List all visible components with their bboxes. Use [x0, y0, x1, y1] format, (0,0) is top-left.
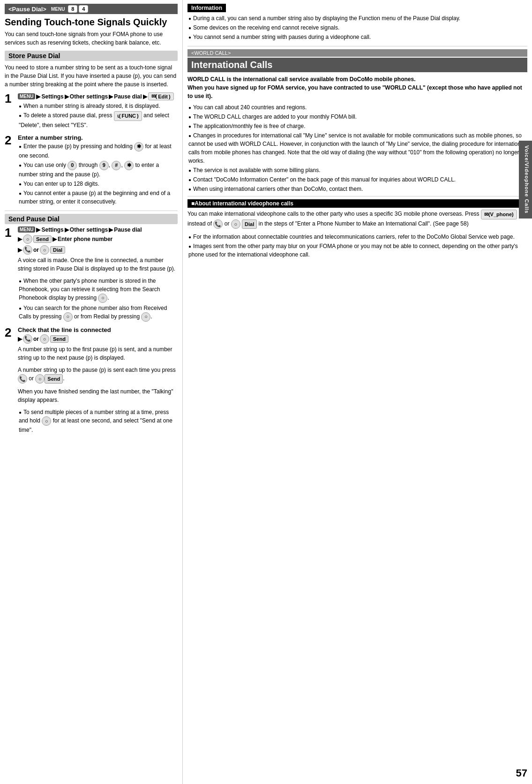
circle-key1[interactable]: ○ [98, 294, 107, 303]
page-number: 57 [516, 767, 527, 779]
send1-arrow6: ▶ [18, 247, 22, 253]
send1-arrow3: ▶ [109, 226, 113, 233]
star-key[interactable]: ✱ [134, 142, 143, 151]
send1-settings: Settings [41, 226, 63, 233]
pause-dial-tag: <Pause Dial> [8, 6, 46, 13]
wc-b5: The service is not available with some b… [188, 166, 527, 174]
send-step2-nav: ▶ 📞 or ○ Send [18, 334, 178, 344]
send-step2-body3: When you have finished sending the last … [18, 387, 178, 404]
av-phone-icon[interactable]: 📞 [213, 219, 223, 229]
store-step1-number: 1 [5, 92, 15, 105]
key-hash[interactable]: # [112, 161, 121, 170]
send-step1-body: A voice call is made. Once the line is c… [18, 256, 178, 273]
store-pause-body: You need to store a number string to be … [5, 63, 178, 89]
s1-arrow1: ▶ [65, 93, 69, 100]
store-s2-b3: You can enter up to 128 digits. [19, 180, 178, 188]
store-pause-title: Store Pause Dial [5, 51, 178, 61]
send1-arrow2: ▶ [65, 226, 69, 233]
key-4: 4 [79, 5, 88, 13]
send1-pause: Pause dial [114, 226, 142, 233]
left-column: <Pause Dial> MENU 8 4 Sending Touch-tone… [0, 0, 183, 784]
send1-circle2[interactable]: ○ [40, 245, 49, 255]
send2-circle[interactable]: ○ [40, 334, 49, 344]
send-label[interactable]: Send [33, 235, 52, 243]
v-phone-key[interactable]: ✉(V_phone) [481, 210, 517, 219]
world-call-intro2-text: When you have signed up for FOMA service… [187, 84, 522, 99]
key-0[interactable]: 0 [67, 161, 77, 170]
inline-send[interactable]: Send [45, 374, 63, 384]
key-8: 8 [68, 5, 77, 13]
menu-key: MENU [49, 6, 67, 12]
send1-circle-o[interactable]: ○ [23, 234, 32, 244]
hold-circle[interactable]: ○ [42, 416, 51, 426]
circle-key2[interactable]: ○ [63, 312, 73, 322]
about-video-body: You can make international videophone ca… [187, 210, 527, 229]
s1-settings: ▶ [36, 93, 40, 100]
send-step2-body2: A number string up to the pause (p) is s… [18, 366, 178, 384]
menu-key-s1: MENU [18, 93, 35, 99]
send-step1-nav2: ▶ ○ Send ▶ Enter phone number [18, 234, 178, 244]
send-step1-number: 1 [5, 226, 15, 239]
send-step1-nav: MENU ▶ Settings ▶ Other settings ▶ Pause… [18, 226, 178, 233]
about-video-title: ■About international videophone calls [187, 199, 527, 208]
s1-arrow3: ▶ [143, 93, 147, 100]
av-circle[interactable]: ○ [231, 219, 240, 229]
send2-or: or [33, 336, 39, 342]
divider3 [187, 196, 527, 196]
av-b2: Images sent from the other party may blu… [188, 242, 527, 259]
av-dial[interactable]: Dial [242, 219, 257, 229]
send-step1-content: MENU ▶ Settings ▶ Other settings ▶ Pause… [18, 226, 178, 323]
send-pause-title: Send Pause Dial [5, 214, 178, 224]
store-step1-content: MENU ▶ Settings ▶ Other settings ▶ Pause… [18, 92, 178, 130]
info-b1: During a call, you can send a number str… [188, 14, 527, 23]
store-s2-b1: Enter the pause (p) by pressing and hold… [19, 142, 178, 160]
dial-label[interactable]: Dial [50, 246, 65, 254]
press-phone[interactable]: 📞 [18, 374, 27, 384]
about-video-bullets: For the information about connectable co… [187, 233, 527, 259]
world-call-intro1-text: WORLD CALL is the international call ser… [187, 76, 416, 83]
store-step2-row: 2 Enter a number string. Enter the pause… [5, 134, 178, 207]
send2-send-label[interactable]: Send [50, 335, 68, 343]
send-step2-bullets: To send multiple pieces of a number stri… [18, 408, 178, 434]
s1-other: Other settings [70, 93, 108, 100]
store-s1-bullet1: When a number string is already stored, … [19, 102, 178, 110]
wc-b1: You can call about 240 countries and reg… [188, 103, 527, 112]
divider2 [187, 46, 527, 46]
send1-phone-icon[interactable]: 📞 [23, 245, 32, 255]
func-key[interactable]: ⍳(FUNC) [114, 111, 142, 121]
store-step2-bullets: Enter the pause (p) by pressing and hold… [18, 142, 178, 206]
key-9[interactable]: 9 [99, 161, 109, 170]
enter-phone: Enter phone number [58, 236, 112, 242]
store-step2: 2 Enter a number string. Enter the pause… [5, 134, 178, 207]
key-star[interactable]: ✱ [124, 161, 134, 170]
av-b1: For the information about connectable co… [188, 233, 527, 241]
press-circle[interactable]: ○ [35, 374, 45, 384]
send-step1-nav3: ▶ 📞 or ○ Dial [18, 245, 178, 255]
send-step2: 2 Check that the line is connected ▶ 📞 o… [5, 326, 178, 436]
send-s2-b1: To send multiple pieces of a number stri… [19, 408, 178, 434]
s1-settings-label: Settings [41, 93, 63, 100]
wc-b4: Changes in procedures for international … [188, 131, 527, 165]
store-s2-b4: You cannot enter a pause (p) at the begi… [19, 189, 178, 206]
wc-b6: Contact "DoCoMo Information Center" on t… [188, 175, 527, 184]
side-tab: Voice/Videophone Calls [519, 141, 532, 219]
store-s1-bullet2: To delete a stored pause dial, press ⍳(F… [19, 111, 178, 129]
wc-b2: The WORLD CALL charges are added to your… [188, 113, 527, 121]
send-step1: 1 MENU ▶ Settings ▶ Other settings ▶ Pau… [5, 226, 178, 323]
wc-b3: The application/monthly fee is free of c… [188, 122, 527, 130]
information-bullets: During a call, you can send a number str… [187, 14, 527, 41]
circle-key3[interactable]: ○ [141, 312, 150, 322]
pause-dial-header: <Pause Dial> MENU 8 4 [5, 4, 178, 14]
store-step2-number: 2 [5, 134, 15, 146]
send-step1-bullets: When the other party's phone number is s… [18, 277, 178, 322]
send1-other: Other settings [70, 226, 108, 233]
send-step2-body1: A number string up to the first pause (p… [18, 345, 178, 362]
wc-b7: When using international carriers other … [188, 185, 527, 193]
world-call-bullets: You can call about 240 countries and reg… [187, 103, 527, 193]
s1-pause: Pause dial [114, 93, 142, 100]
send2-phone[interactable]: 📞 [23, 334, 32, 344]
s1-edit-btn[interactable]: ✉(Edit) [148, 92, 174, 100]
store-step1-bullets: When a number string is already stored, … [18, 102, 178, 129]
send-step2-content: Check that the line is connected ▶ 📞 or … [18, 326, 178, 436]
send-s1-b1: When the other party's phone number is s… [19, 277, 178, 303]
